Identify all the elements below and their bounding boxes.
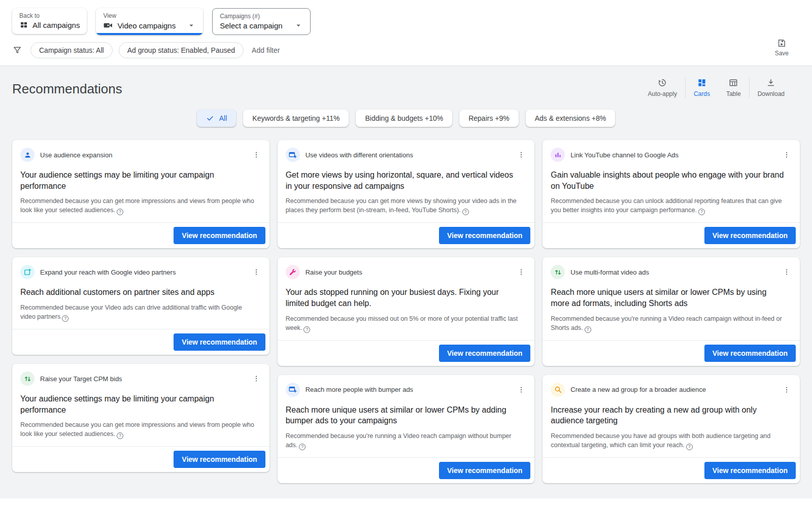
card-description: Recommended because you're running a Vid… [286,431,527,450]
help-icon[interactable] [62,315,69,322]
card-heading: Your audience settings may be limiting y… [20,393,261,415]
campaign-selector[interactable]: Campaigns (#) Select a campaign [212,8,310,35]
more-options-icon[interactable] [516,385,526,395]
view-label: View [103,12,196,19]
more-options-icon[interactable] [516,267,526,277]
card-bumper-ads: Reach more people with bumper ads Reach … [278,375,535,483]
chip-all[interactable]: All [197,110,236,127]
more-options-icon[interactable] [251,374,261,384]
back-to-label: Back to [19,12,80,19]
bar-chart-icon [551,148,565,162]
chip-ads-extensions[interactable]: Ads & extensions +8% [526,110,615,127]
card-description: Recommended because you can get more vie… [286,196,527,215]
swap-arrows-icon [20,372,35,386]
grid-column-1: Use audience expansion Your audience set… [12,140,269,483]
card-heading: Increase your reach by creating a new ad… [551,405,792,426]
search-icon [551,383,565,397]
card-new-ad-group-broader-audience: Create a new ad group for a broader audi… [543,375,800,483]
card-link-youtube-channel: Link YouTube channel to Google Ads Gain … [543,140,800,248]
help-icon[interactable] [299,444,306,450]
page-title: Recommendations [12,77,122,97]
check-icon [206,114,214,122]
help-icon[interactable] [585,326,591,333]
card-heading: Reach additional customers on partner si… [20,287,261,298]
more-options-icon[interactable] [251,267,261,277]
view-recommendation-button[interactable]: View recommendation [439,227,530,244]
more-options-icon[interactable] [782,267,792,277]
card-raise-your-budgets: Raise your budgets Your ads stopped runn… [278,257,535,365]
view-recommendation-button[interactable]: View recommendation [439,345,530,362]
chip-repairs[interactable]: Repairs +9% [459,110,519,127]
back-to-all-campaigns[interactable]: Back to All campaigns [12,8,87,34]
chip-keywords-targeting[interactable]: Keywords & targeting +11% [243,110,349,127]
auto-apply-label: Auto-apply [648,90,677,97]
cards-label: Cards [694,90,710,97]
download-icon [766,78,776,88]
help-icon[interactable] [462,209,469,215]
view-recommendation-button[interactable]: View recommendation [704,462,796,479]
view-recommendation-button[interactable]: View recommendation [704,345,796,362]
save-button[interactable]: Save [775,38,789,57]
chevron-down-icon [294,21,303,30]
card-heading: Reach more unique users at similar or lo… [551,287,792,309]
wrench-icon [286,265,300,279]
card-videos-different-orientations: Use videos with different orientations G… [278,140,535,248]
more-options-icon[interactable] [782,385,792,395]
recommendations-page: Recommendations Auto-apply Cards Table D… [0,66,812,498]
card-multi-format-video-ads: Use multi-format video ads Reach more un… [543,257,800,365]
card-description: Recommended because you can unlock addit… [551,196,792,215]
campaign-selector-label: Campaigns (#) [220,13,302,20]
card-use-audience-expansion: Use audience expansion Your audience set… [12,140,269,248]
view-recommendation-button[interactable]: View recommendation [174,227,265,244]
download-label: Download [758,90,785,97]
auto-apply-button[interactable]: Auto-apply [640,78,685,97]
help-icon[interactable] [117,432,123,439]
card-expand-reach-video-partners: Expand your reach with Google video part… [12,257,269,355]
card-description: Recommended because you can get more imp… [20,196,261,215]
swap-arrows-icon [551,265,565,279]
active-view-underline [96,33,203,35]
ad-group-status-filter-chip[interactable]: Ad group status: Enabled, Paused [119,42,244,58]
card-description: Recommended because you missed out on 5%… [286,314,527,333]
help-icon[interactable] [303,326,310,333]
card-heading: Your ads stopped running on your busiest… [286,287,527,309]
more-options-icon[interactable] [251,150,261,160]
view-tools: Auto-apply Cards Table Download [640,77,800,97]
campaign-selector-value: Select a campaign [220,21,282,30]
videocam-icon [103,20,113,30]
view-recommendation-button[interactable]: View recommendation [174,451,265,468]
cards-view-button[interactable]: Cards [686,78,718,97]
card-description: Recommended because you're running a Vid… [551,314,792,333]
grid-icon [19,20,28,29]
card-description: Recommended because you have ad groups w… [551,431,792,450]
back-to-value: All campaigns [32,21,80,29]
chip-bidding-budgets[interactable]: Bidding & budgets +10% [356,110,452,127]
campaign-status-filter-chip[interactable]: Campaign status: All [30,42,113,58]
download-button[interactable]: Download [750,78,793,97]
help-icon[interactable] [686,444,693,450]
table-view-button[interactable]: Table [718,78,749,97]
filter-icon[interactable] [12,45,22,55]
view-recommendation-button[interactable]: View recommendation [439,462,530,479]
recommendation-grid: Use audience expansion Your audience set… [12,140,800,483]
top-selector-bar: Back to All campaigns View Video campaig… [0,0,812,42]
view-selector[interactable]: View Video campaigns [96,8,203,35]
ad-plus-icon [286,383,300,397]
filter-bar: Campaign status: All Ad group status: En… [0,42,812,65]
card-heading: Gain valuable insights about people who … [551,170,792,191]
add-filter-button[interactable]: Add filter [252,46,280,54]
more-options-icon[interactable] [782,150,792,160]
view-recommendation-button[interactable]: View recommendation [704,227,796,244]
person-icon [20,148,35,162]
card-heading: Reach more unique users at similar or lo… [286,405,527,426]
view-recommendation-button[interactable]: View recommendation [174,333,265,351]
help-icon[interactable] [698,209,705,215]
grid-column-3: Link YouTube channel to Google Ads Gain … [543,140,800,483]
card-description: Recommended because you can get more imp… [20,420,261,439]
category-chip-row: All Keywords & targeting +11% Bidding & … [12,110,800,127]
help-icon[interactable] [117,209,123,215]
more-options-icon[interactable] [516,150,526,160]
chevron-down-icon [187,21,196,30]
cards-icon [697,78,707,88]
save-icon [776,38,787,48]
